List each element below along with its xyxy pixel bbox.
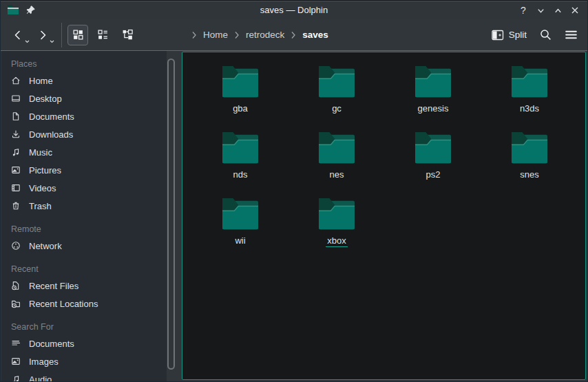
folder-label[interactable]: genesis (417, 103, 450, 114)
sidebar-item-downloads[interactable]: Downloads (1, 125, 167, 143)
breadcrumb-home[interactable]: Home (203, 30, 228, 40)
details-tree-view-button[interactable] (117, 25, 138, 45)
desktop-icon (10, 93, 21, 104)
folder-item-xbox[interactable]: xbox (288, 197, 385, 263)
folder-label[interactable]: gba (231, 103, 249, 114)
sidebar-item-recent-locations[interactable]: Recent Locations (1, 295, 167, 312)
folder-icon (219, 197, 262, 233)
document-icon (10, 111, 21, 122)
sidebar-item-desktop[interactable]: Desktop (1, 89, 167, 107)
dolphin-window: saves — Dolphin ? (0, 0, 588, 382)
trash-icon (10, 200, 21, 211)
sidebar-item-recent-files[interactable]: Recent Files (1, 277, 167, 295)
folder-icon (508, 131, 551, 167)
film-icon (10, 182, 21, 193)
folder-icon (508, 65, 551, 100)
sidebar-item-music[interactable]: Music (1, 143, 167, 161)
folder-icon (315, 65, 358, 100)
recent-folder-clock-icon (10, 298, 21, 309)
folder-item-gc[interactable]: gc (288, 65, 385, 131)
sidebar-item-network[interactable]: Network (1, 237, 167, 255)
icons-view-button[interactable] (67, 25, 88, 45)
folder-item-n3ds[interactable]: n3ds (481, 65, 578, 131)
breadcrumb-current[interactable]: saves (302, 30, 328, 40)
chevron-right-icon (191, 31, 197, 39)
image-icon (10, 356, 21, 367)
folder-label[interactable]: nds (232, 169, 249, 180)
folder-item-snes[interactable]: snes (481, 131, 578, 197)
network-globe-icon (10, 240, 21, 251)
search-icon (539, 28, 552, 41)
folder-item-genesis[interactable]: genesis (385, 65, 481, 131)
titlebar[interactable]: saves — Dolphin ? (1, 0, 587, 19)
breadcrumb-retrodeck[interactable]: retrodeck (246, 30, 284, 40)
music-note-icon (10, 147, 21, 158)
sidebar-item-pictures[interactable]: Pictures (1, 161, 167, 179)
sidebar-scrollbar[interactable] (167, 59, 175, 370)
breadcrumb: Home retrodeck saves (191, 30, 328, 40)
window-title: saves — Dolphin (1, 5, 587, 15)
sidebar-item-videos[interactable]: Videos (1, 179, 167, 197)
compact-view-button[interactable] (92, 25, 113, 45)
places-panel: Places Home Desktop Documents Downloads … (1, 51, 167, 381)
folder-grid: gba gc genesis n3ds nds nes (182, 52, 585, 263)
folder-icon (219, 131, 262, 167)
folder-icon (315, 197, 358, 233)
sidebar-item-documents[interactable]: Documents (1, 107, 167, 125)
folder-item-wii[interactable]: wii (192, 197, 288, 263)
folder-item-ps2[interactable]: ps2 (385, 131, 481, 197)
text-lines-icon (10, 338, 21, 349)
chevron-right-icon (234, 31, 240, 39)
section-recent: Recent (1, 263, 167, 275)
section-search-for: Search For (1, 321, 167, 333)
folder-item-gba[interactable]: gba (192, 65, 288, 131)
sidebar-item-search-documents[interactable]: Documents (1, 335, 167, 352)
minimize-button[interactable] (535, 5, 546, 16)
search-button[interactable] (539, 28, 552, 41)
sidebar-item-search-images[interactable]: Images (1, 352, 167, 370)
folder-view[interactable]: gba gc genesis n3ds nds nes (182, 52, 586, 380)
folder-label-hovered[interactable]: xbox (326, 235, 347, 247)
split-button[interactable]: Split (492, 30, 527, 41)
music-note-icon (10, 374, 21, 381)
toolbar: Home retrodeck saves Split (1, 19, 587, 51)
folder-icon (219, 65, 262, 100)
folder-item-nds[interactable]: nds (192, 131, 288, 197)
section-remote: Remote (1, 223, 167, 235)
folder-label[interactable]: gc (330, 103, 343, 114)
hamburger-menu-icon (565, 29, 578, 41)
folder-label[interactable]: nes (328, 169, 346, 180)
folder-item-nes[interactable]: nes (288, 131, 385, 197)
folder-label[interactable]: wii (233, 235, 246, 246)
folder-icon (412, 131, 454, 167)
back-button[interactable] (9, 26, 27, 44)
back-history-caret-icon[interactable] (25, 40, 30, 43)
folder-label[interactable]: snes (518, 169, 540, 180)
forward-button[interactable] (34, 26, 52, 44)
chevron-right-icon (291, 31, 296, 39)
sidebar-item-home[interactable]: Home (1, 72, 167, 89)
folder-label[interactable]: ps2 (425, 169, 442, 180)
menu-button[interactable] (565, 29, 578, 41)
split-view-icon (492, 30, 504, 41)
maximize-button[interactable] (552, 5, 563, 16)
recent-file-clock-icon (10, 280, 21, 291)
toolbar-separator (61, 23, 62, 47)
folder-icon (315, 131, 358, 167)
close-button[interactable] (569, 5, 580, 16)
folder-icon (412, 65, 454, 100)
download-icon (10, 129, 21, 140)
sidebar-item-trash[interactable]: Trash (1, 197, 167, 215)
sidebar-item-search-audio[interactable]: Audio (1, 370, 167, 381)
home-icon (10, 75, 21, 86)
section-places: Places (1, 58, 167, 70)
folder-label[interactable]: n3ds (518, 103, 540, 114)
image-icon (10, 165, 21, 176)
help-button[interactable]: ? (518, 5, 529, 16)
forward-history-caret-icon[interactable] (50, 40, 54, 43)
